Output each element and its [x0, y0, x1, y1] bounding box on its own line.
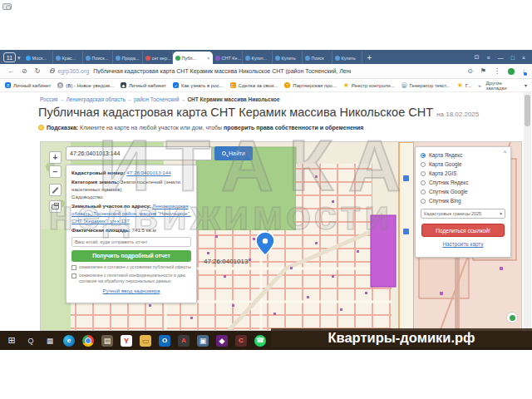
layer-option-google-sat[interactable]: Спутник Google	[421, 187, 505, 196]
tab-favicon	[26, 56, 31, 61]
acrobat-icon[interactable]: A	[178, 335, 190, 347]
zoom-out-button[interactable]: −	[49, 165, 62, 178]
cadastral-number-link[interactable]: 47:26:0401013:144	[126, 170, 170, 175]
red-app-icon[interactable]: C	[235, 335, 247, 347]
file-explorer-icon[interactable]: ▭	[140, 335, 151, 347]
radio-icon[interactable]	[421, 190, 426, 195]
geolocation-button[interactable]	[506, 312, 518, 323]
share-link-button[interactable]: Поделиться ссылкой!	[421, 224, 505, 237]
back-icon[interactable]: ←	[7, 67, 14, 75]
get-report-button[interactable]: Получить подробный отчет	[71, 250, 191, 262]
bookmarks-overflow-icon[interactable]: »	[478, 83, 480, 88]
url-text[interactable]: egrp365.org	[57, 68, 89, 74]
zoom-in-button[interactable]: +	[49, 151, 62, 164]
tab-favicon	[215, 56, 220, 61]
other-bookmarks-button[interactable]: Другие закладки	[486, 81, 520, 91]
tab-close-icon[interactable]: ×	[207, 56, 210, 61]
urlbar-page-title[interactable]: Публичная кадастровая карта СНТ Керамик …	[93, 68, 351, 74]
screenshot-icon[interactable]: ⊙	[467, 67, 473, 75]
more-dots-icon[interactable]: ⋮	[494, 67, 500, 75]
tab-kras[interactable]: Крас...	[53, 52, 83, 64]
bookmark-flag-icon[interactable]: ⚑	[480, 67, 486, 75]
tab-list-chevron-icon[interactable]: ▾	[17, 55, 21, 62]
bookmark-item[interactable]: ТПартнерская про...	[284, 82, 337, 88]
cadastral-search-input[interactable]	[66, 146, 212, 160]
page-scrollbar[interactable]	[524, 92, 531, 331]
checkbox-offer[interactable]	[71, 265, 76, 270]
tab-kupit-2[interactable]: Купить	[273, 52, 303, 64]
radio-icon[interactable]	[421, 199, 426, 204]
reload-icon[interactable]: ↻	[35, 67, 41, 75]
tab-moskva[interactable]: Моск...	[23, 52, 53, 64]
site-watermark: Квартиры-домики.рф	[271, 328, 532, 347]
tab-poisk[interactable]: Поиск...	[83, 52, 113, 64]
tab-prodazha[interactable]: Прода...	[113, 52, 143, 64]
manual-entry-link[interactable]: Ручной ввод кадномера	[71, 288, 191, 295]
bookmark-item[interactable]: ▤Генератор текст...	[401, 82, 451, 88]
find-button[interactable]: Найти	[214, 146, 253, 160]
tab-counter[interactable]: 11	[3, 52, 16, 62]
protect-icon[interactable]: ⊘	[22, 67, 27, 75]
new-tab-button[interactable]: +	[367, 53, 372, 62]
checkbox-privacy[interactable]	[71, 273, 76, 278]
map-settings-link[interactable]: Настроить карту	[421, 241, 505, 247]
menu-icon[interactable]: ≡	[487, 55, 490, 61]
store-icon[interactable]: ▤	[101, 335, 113, 347]
bookmark-icon: В	[57, 82, 63, 88]
taskbar-search-icon[interactable]: Q	[25, 335, 37, 347]
tab-snt-keramik[interactable]: СНТ Ке...	[213, 52, 243, 64]
breadcrumb-russia[interactable]: Россия	[40, 96, 57, 102]
cadastral-map[interactable]: 47:26:0401013 + − Найти Кадастровый номе…	[40, 141, 522, 331]
layer-option-bing-sat[interactable]: Спутник Bing	[421, 196, 505, 205]
measure-button[interactable]	[49, 184, 62, 196]
whatsapp-icon[interactable]: ☎	[254, 335, 266, 347]
collapse-panel-icon[interactable]: ^	[504, 150, 506, 155]
chrome-icon[interactable]	[82, 335, 94, 347]
bookmark-item[interactable]: ЛЛичный кабинет	[5, 82, 51, 88]
bookmark-item[interactable]: В(В) - Новое уведом...	[57, 82, 114, 88]
outlook-icon[interactable]: O	[159, 335, 170, 347]
layer-option-2gis-map[interactable]: Карта 2GIS	[421, 169, 505, 178]
photos-icon[interactable]: ▣	[197, 335, 209, 347]
window-controls: ⊡ ≡ — □ ×	[475, 54, 532, 64]
map-quarter-label: 47:26:0401013	[204, 258, 249, 265]
radio-icon[interactable]	[421, 162, 426, 167]
agreement-row-1: ознакомлен и согласен с условиями публич…	[71, 264, 191, 270]
email-input[interactable]	[71, 237, 191, 247]
bookmark-item[interactable]: ✓Как узнать в рос...	[173, 82, 223, 88]
side-panel-icon[interactable]: ⊡	[475, 54, 480, 61]
print-button[interactable]	[49, 200, 62, 213]
maximize-icon[interactable]: □	[511, 55, 515, 61]
layer-option-google-map[interactable]: Карта Google	[421, 160, 505, 169]
tab-kupit-3[interactable]: Купить	[332, 52, 362, 64]
bookmark-item[interactable]: ◆Личный кабинет	[121, 82, 166, 88]
layer-option-yandex-map[interactable]: Карта Яндекс	[421, 150, 505, 160]
task-view-icon[interactable]: ▦	[44, 335, 56, 347]
start-icon[interactable]: ⊞	[6, 335, 17, 347]
radio-icon[interactable]	[421, 171, 426, 176]
tab-poisk-2[interactable]: Поиск	[303, 52, 332, 64]
chevron-down-icon[interactable]: ▾	[525, 82, 527, 88]
browser-toolbar: ← ⊘ ↻ egrp365.org Публичная кадастровая …	[0, 64, 532, 79]
download-icon[interactable]: ↓	[522, 67, 525, 75]
yandex-browser-icon[interactable]: Y	[121, 335, 132, 347]
minimize-icon[interactable]: —	[498, 55, 504, 61]
edge-icon[interactable]: e	[63, 335, 75, 347]
boundaries-select[interactable]: Кадастровые границы 2025▾	[421, 209, 505, 219]
radio-icon[interactable]	[421, 180, 426, 185]
bookmark-item[interactable]: CСделка за свои...	[230, 82, 278, 88]
bookmark-item[interactable]: ★Реестр контроли...	[343, 82, 395, 88]
layer-option-yandex-sat[interactable]: Спутник Яндекс	[421, 178, 505, 187]
breadcrumb-district[interactable]: район Тосненский	[134, 96, 179, 102]
purple-app-icon[interactable]: ◆	[216, 335, 228, 347]
scrollbar-thumb[interactable]	[525, 95, 530, 126]
bookmark-item[interactable]: ★Г...	[457, 82, 472, 88]
tab-snt-ker[interactable]: снт кер...	[143, 52, 173, 64]
extension-green-icon[interactable]	[508, 68, 515, 75]
breadcrumb-region[interactable]: Ленинградская область	[66, 96, 125, 102]
bookmark-icon: C	[230, 82, 236, 88]
radio-icon[interactable]	[421, 153, 426, 158]
tab-publichnaya-active[interactable]: Публ...×	[173, 52, 213, 64]
close-icon[interactable]: ×	[522, 55, 525, 61]
tab-kupit-1[interactable]: Купит...	[243, 52, 273, 64]
